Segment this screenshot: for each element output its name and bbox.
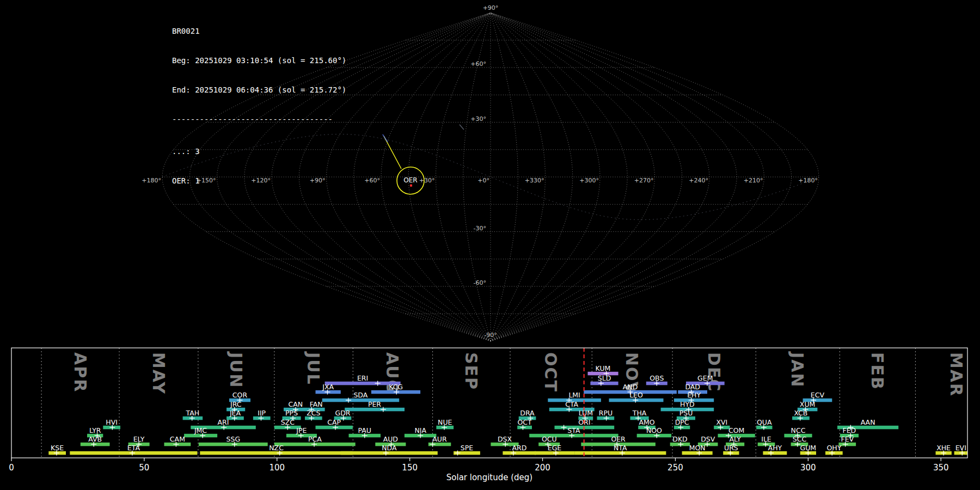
month-label-dec: DEC xyxy=(705,352,724,392)
shower-label-can: CAN xyxy=(289,400,303,408)
shower-label-amo: AMO xyxy=(639,418,654,426)
shower-label-mon: MON xyxy=(689,444,706,452)
shower-label-iip: IIP xyxy=(258,409,266,417)
shower-label-aur: AUR xyxy=(432,435,447,443)
shower-label-com: COM xyxy=(728,426,744,434)
lon-label: +0° xyxy=(477,177,489,184)
lat-label: -30° xyxy=(474,225,486,232)
shower-label-xhe: XHE xyxy=(936,444,951,452)
shower-count: OER: 1 xyxy=(172,176,346,186)
shower-label-kcg: KCG xyxy=(389,383,403,391)
month-label-jul: JUL xyxy=(304,351,323,385)
lon-label: +180° xyxy=(798,177,818,184)
radiant-label: OER xyxy=(403,176,417,184)
shower-label-pca: PCA xyxy=(308,435,322,443)
shower-label-rpu: RPU xyxy=(599,409,612,417)
shower-label-gum: GUM xyxy=(800,444,816,452)
shower-label-leo: LEO xyxy=(629,391,643,399)
meteor-trail xyxy=(460,125,464,130)
shower-label-aud: AUD xyxy=(383,435,398,443)
x-tick-label: 300 xyxy=(800,463,816,473)
shower-label-ehy: EHY xyxy=(687,391,701,399)
shower-label-cta: CTA xyxy=(565,400,578,408)
x-tick-label: 200 xyxy=(535,463,550,473)
shower-bar-sda xyxy=(322,399,400,402)
shower-label-hvi: HVI xyxy=(106,418,118,426)
shower-label-nta: NTA xyxy=(614,444,627,452)
shower-label-lyr: LYR xyxy=(89,426,101,434)
meridian-line xyxy=(491,13,518,341)
lon-label: +240° xyxy=(689,177,708,184)
shower-bar-sld xyxy=(590,382,618,385)
shower-label-gem: GEM xyxy=(697,374,713,382)
meteor-trail xyxy=(383,134,388,142)
shower-label-fan: FAN xyxy=(310,400,323,408)
shower-bar-ard xyxy=(503,451,536,455)
meridian-line xyxy=(491,13,709,341)
shower-label-gdr: GDR xyxy=(335,409,351,417)
shower-label-ocu: OCU xyxy=(542,435,557,443)
shower-label-psu: PSU xyxy=(679,409,693,417)
shower-label-eri: ERI xyxy=(357,374,368,382)
shower-label-ely: ELY xyxy=(133,435,145,443)
shower-label-ohy: OHY xyxy=(826,444,841,452)
shower-label-nia: NIA xyxy=(414,426,426,434)
shower-label-ecv: ECV xyxy=(811,391,825,399)
radiant-dot xyxy=(410,185,412,187)
shower-bar-ahy xyxy=(763,451,787,455)
shower-label-xvi: XVI xyxy=(716,418,727,426)
shower-bar-nda xyxy=(341,451,438,455)
shower-label-dpc: DPC xyxy=(675,418,689,426)
x-tick-label: 50 xyxy=(139,463,149,473)
shower-label-xum: XUM xyxy=(800,400,816,408)
shower-label-kse: KSE xyxy=(51,444,64,452)
shower-label-oer: OER xyxy=(611,435,626,443)
x-axis-title: Solar longitude (deg) xyxy=(446,473,532,482)
shower-label-ahy: AHY xyxy=(768,444,782,452)
shower-label-obs: OBS xyxy=(650,374,664,382)
info-panel: BR0021 Beg: 20251029 03:10:54 (sol = 215… xyxy=(172,7,346,205)
shower-label-ege: EGE xyxy=(548,444,562,452)
end-time: End: 20251029 06:04:36 (sol = 215.72°) xyxy=(172,85,346,95)
month-label-apr: APR xyxy=(71,352,90,393)
shower-label-sta: STA xyxy=(567,426,580,434)
lon-label: +300° xyxy=(579,177,599,184)
shower-label-spe: SPE xyxy=(461,444,473,452)
shower-label-ssg: SSG xyxy=(226,435,241,443)
shower-label-ncc: NCC xyxy=(791,426,806,434)
shower-label-dad: DAD xyxy=(685,383,700,391)
shower-label-sda: SDA xyxy=(353,391,367,399)
shower-label-pau: PAU xyxy=(358,426,371,434)
shower-label-lmi: LMI xyxy=(568,391,580,399)
separator: ----------------------------------- xyxy=(172,114,346,124)
lon-label: +270° xyxy=(634,177,654,184)
shower-label-urs: URS xyxy=(724,444,738,452)
x-tick-label: 350 xyxy=(933,463,949,473)
shower-label-ard: ARD xyxy=(512,444,526,452)
shower-label-dsx: DSX xyxy=(498,435,512,443)
shower-label-zcs: ZCS xyxy=(307,409,320,417)
lat-label: -90° xyxy=(484,332,497,339)
x-tick-label: 250 xyxy=(667,463,683,473)
month-label-jan: JAN xyxy=(788,351,807,388)
shower-label-aly: ALY xyxy=(729,435,741,443)
shower-label-aan: AAN xyxy=(861,418,875,426)
shower-label-jpe: JPE xyxy=(296,426,307,434)
shower-label-evi: EVI xyxy=(955,444,966,452)
shower-label-and: AND xyxy=(623,383,638,391)
meridian-line xyxy=(491,13,627,341)
month-label-jun: JUN xyxy=(226,351,246,389)
shower-label-kum: KUM xyxy=(596,364,611,372)
shower-label-tah: TAH xyxy=(186,409,200,417)
shower-label-ari: ARI xyxy=(218,418,229,426)
lat-label: +90° xyxy=(483,4,499,11)
meteor-radiant-app: +90°+60°+30°-30°-60°-90°+180°+150°+120°+… xyxy=(0,0,980,490)
shower-label-dra: DRA xyxy=(520,409,535,417)
station-id: BR0021 xyxy=(172,26,346,36)
month-label-sep: SEP xyxy=(462,352,481,390)
shower-label-cor: COR xyxy=(232,391,248,399)
shower-label-nue: NUE xyxy=(438,418,452,426)
shower-label-eta: ETA xyxy=(127,444,140,452)
month-label-mar: MAR xyxy=(947,352,966,397)
shower-label-xcb: XCB xyxy=(794,409,807,417)
